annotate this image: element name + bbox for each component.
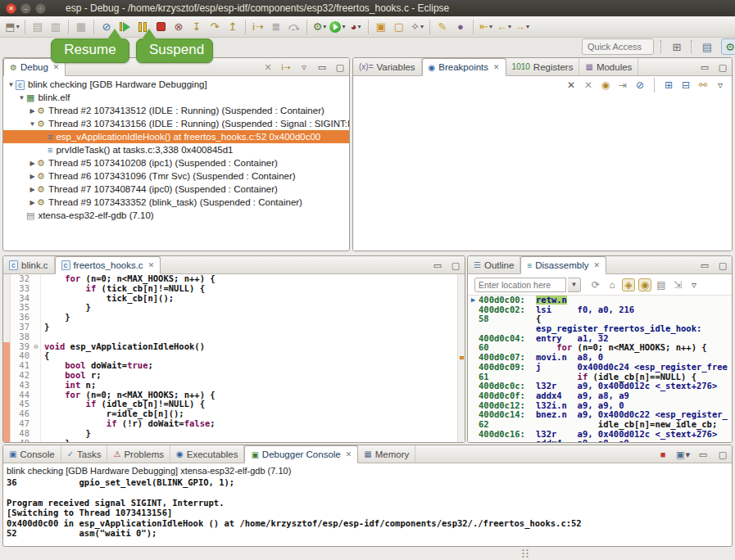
code-line[interactable]: } <box>44 323 457 332</box>
maximize-icon[interactable]: ▢ <box>333 62 347 73</box>
code-line[interactable]: if (tick_cb[n]!=NULL) { <box>44 284 457 294</box>
close-icon[interactable]: ✕ <box>346 450 352 458</box>
open-task-icon[interactable]: ● <box>452 19 469 35</box>
code-line[interactable]: } <box>44 439 457 442</box>
mark-occurrences-icon[interactable]: ✎ <box>434 19 451 35</box>
disassembly-row[interactable]: 400d0c0f:addx4 a9, a8, a9 <box>468 391 732 401</box>
use-step-filters-icon[interactable]: ≣ <box>268 19 284 35</box>
coverage-icon[interactable]: ◕▾ <box>347 19 364 35</box>
back-history-icon[interactable]: ←▾ <box>496 19 512 35</box>
editor-tab-blink-c[interactable]: cblink.c <box>3 256 55 273</box>
occurrence-marker[interactable] <box>460 356 464 359</box>
skip-all-breakpoints-icon[interactable]: ⊘ <box>633 79 647 91</box>
maximize-icon[interactable]: ▢ <box>716 62 729 73</box>
go-to-file-for-breakpoint-icon[interactable]: ⇥ <box>616 79 629 91</box>
search-icon[interactable]: ✧▾ <box>409 19 425 35</box>
maximize-icon[interactable]: ▢ <box>716 449 729 460</box>
display-selected-console-dropdown-arrow[interactable]: ▾ <box>685 449 690 459</box>
maximize-icon[interactable]: ▢ <box>449 260 462 271</box>
code-editor[interactable]: 323334353637383940414243444546474849 ⊖ f… <box>3 274 465 442</box>
tab-debugger-console[interactable]: ▣Debugger Console✕ <box>244 445 358 463</box>
code-line[interactable]: int n; <box>44 381 457 391</box>
editor-tab-freertos-hooks-c[interactable]: cfreertos_hooks.c✕ <box>55 256 161 274</box>
code-line[interactable]: bool r; <box>44 371 457 381</box>
breakpoints-empty-list[interactable] <box>353 94 732 251</box>
close-icon[interactable]: ✕ <box>53 63 60 71</box>
back-history-dropdown-arrow[interactable]: ▾ <box>508 23 511 30</box>
coverage-dropdown-arrow[interactable]: ▾ <box>357 23 361 30</box>
expand-all-icon[interactable]: ⊞ <box>662 79 675 91</box>
disassembly-row[interactable]: 62 idle_cb[n]=new_idle_cb; <box>468 420 732 430</box>
disassembly-row[interactable]: 400d0c09:j 0x400d0c24 <esp_register_free <box>468 363 732 373</box>
code-line[interactable]: } <box>44 303 457 313</box>
disassembly-listing[interactable]: ▶400d0c00:retw.n 400d0c02:lsi f0, a0, 21… <box>468 295 732 442</box>
code-line[interactable]: } <box>44 313 457 323</box>
restart-icon[interactable]: ⤼ <box>286 19 302 35</box>
forward-history-dropdown-arrow[interactable]: ▾ <box>526 23 529 30</box>
tab-console[interactable]: ▣Console <box>3 445 61 463</box>
code-line[interactable]: tick_cb[n](); <box>44 294 457 304</box>
forward-history-icon[interactable]: →▾ <box>514 19 530 35</box>
code-line[interactable]: if (!r) doWait=false; <box>44 419 457 429</box>
debug-tree-row[interactable]: ▶⚙Thread #2 1073413512 (IDLE : Running) … <box>3 104 349 117</box>
tab-problems[interactable]: ⚠Problems <box>107 445 170 463</box>
run-dropdown-arrow[interactable]: ▾ <box>342 23 345 30</box>
expand-twisty-icon[interactable]: ▶ <box>28 199 37 206</box>
code-line[interactable] <box>44 332 457 342</box>
window-close-button[interactable]: ✕ <box>6 3 16 14</box>
console-output[interactable]: 36 gpio_set_level(BLINK_GPIO, 1); Progra… <box>3 477 732 538</box>
collapse-twisty-icon[interactable]: ▼ <box>7 81 16 88</box>
view-menu-icon[interactable]: ▿ <box>687 279 701 291</box>
disassembly-row[interactable]: 400d0c02:lsi f0, a0, 216 <box>468 305 732 315</box>
tab-executables[interactable]: ◉Executables <box>170 445 244 463</box>
disassembly-row[interactable]: esp_register_freertos_idle_hook: <box>468 324 732 334</box>
resize-grip[interactable] <box>521 549 529 558</box>
instruction-stepping-toggle-icon[interactable]: i➝ <box>279 62 293 73</box>
tab-outline[interactable]: ☰Outline <box>468 256 520 273</box>
tab-breakpoints[interactable]: ◉Breakpoints✕ <box>422 58 506 76</box>
window-minimize-button[interactable]: – <box>20 3 31 14</box>
link-with-debug-view-icon[interactable]: ⚯ <box>696 79 710 91</box>
expand-twisty-icon[interactable]: ▶ <box>28 186 37 193</box>
new-cpp-project-icon[interactable]: ▣ <box>373 19 389 35</box>
location-dropdown-button[interactable]: ▼ <box>568 278 581 292</box>
show-source-icon[interactable]: ◈ <box>622 278 635 291</box>
minimize-icon[interactable]: ▭ <box>698 62 711 73</box>
debug-tree-row[interactable]: ▼cblink checking [GDB Hardware Debugging… <box>3 78 349 91</box>
step-into-icon[interactable]: ↧ <box>188 19 205 35</box>
close-icon[interactable]: ✕ <box>593 261 600 269</box>
tab-modules[interactable]: ▦Modules <box>579 58 638 75</box>
line-number-ruler[interactable]: 323334353637383940414243444546474849 <box>11 274 32 442</box>
last-edit-location-dropdown-arrow[interactable]: ▾ <box>489 23 492 30</box>
new-wizard-dropdown-arrow[interactable]: ▾ <box>16 23 20 30</box>
expand-twisty-icon[interactable]: ▶ <box>28 107 37 115</box>
save-all-icon[interactable]: ▥ <box>48 19 64 35</box>
code-line[interactable]: bool doWait=true; <box>44 361 457 371</box>
step-over-icon[interactable]: ↷ <box>206 19 223 35</box>
expand-twisty-icon[interactable]: ▶ <box>28 173 37 180</box>
run-icon[interactable]: ▾ <box>329 19 346 35</box>
fold-collapse-icon[interactable]: ⊖ <box>32 342 40 352</box>
folding-ruler[interactable]: ⊖ <box>32 274 41 442</box>
open-perspective-button[interactable]: ⊞ <box>668 38 686 55</box>
debug-dropdown-arrow[interactable]: ▾ <box>323 23 326 30</box>
build-icon[interactable]: ▦ <box>73 19 89 35</box>
debug-tree-row[interactable]: ≡prvIdleTask() at tasks.c:3,338 0x400845… <box>3 143 349 156</box>
overview-ruler[interactable] <box>457 274 465 442</box>
collapse-all-icon[interactable]: ⊟ <box>679 79 692 91</box>
debug-icon[interactable]: ⚙▾ <box>311 19 328 35</box>
save-icon[interactable]: ▤ <box>29 19 46 35</box>
show-breakpoints-supported-icon[interactable]: ◉ <box>599 79 612 91</box>
sync-with-active-context-icon[interactable]: ◉ <box>638 278 651 291</box>
code-line[interactable]: } <box>44 429 457 439</box>
disconnect-icon[interactable]: ⊗ <box>170 19 187 35</box>
debug-tree-row[interactable]: ▼⚙Thread #3 1073413156 (IDLE : Running) … <box>3 117 349 130</box>
debug-tree-row[interactable]: ▶⚙Thread #7 1073408744 (ipc0) (Suspended… <box>3 183 349 196</box>
pin-view-icon[interactable]: ⇲ <box>671 279 684 291</box>
tab-tasks[interactable]: ✓Tasks <box>61 445 108 463</box>
code-line[interactable]: void esp_vApplicationIdleHook() <box>44 342 457 352</box>
tab-memory[interactable]: ▦Memory <box>358 445 415 463</box>
disassembly-row[interactable]: ▶400d0c00:retw.n <box>468 296 732 305</box>
annotation-ruler[interactable] <box>3 274 11 442</box>
minimize-icon[interactable]: ▭ <box>698 260 711 271</box>
